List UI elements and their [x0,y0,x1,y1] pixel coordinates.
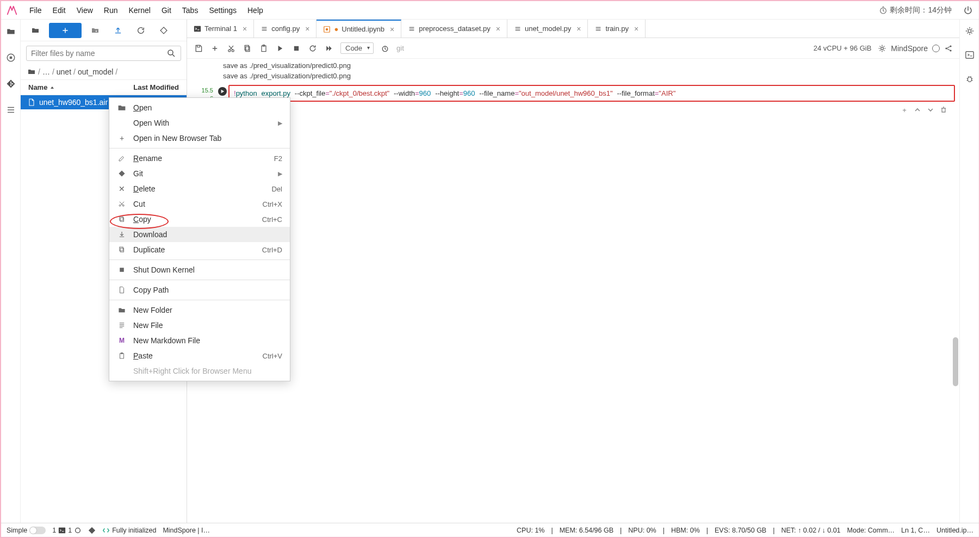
restart-button[interactable] [308,44,318,53]
new-button[interactable] [49,23,82,38]
add-below-button[interactable]: + [900,105,909,115]
terminal-icon [194,25,201,33]
svg-rect-2 [9,57,12,59]
refresh-button[interactable] [132,23,150,38]
bug-icon [965,74,975,84]
run-button[interactable] [275,44,285,53]
ctx-cut[interactable]: CutCtrl+X [109,196,290,212]
status-cpu: CPU: 1% [517,527,544,534]
ctx-open-with[interactable]: Open With▶ [109,115,290,131]
stop-button[interactable] [291,44,301,53]
scissors-icon [117,199,127,209]
close-icon[interactable]: × [634,24,638,33]
tab-untitled-active[interactable]: ●Untitled.ipynb× [317,20,401,38]
move-up-button[interactable] [913,105,922,115]
ctx-delete[interactable]: ✕DeleteDel [109,181,290,196]
timing-button[interactable] [380,44,390,53]
ctx-git[interactable]: Git▶ [109,166,290,181]
delete-cell-button[interactable] [939,105,948,115]
status-cursor[interactable]: Ln 1, C… [901,527,930,534]
status-lsp[interactable]: Fully initialized [102,527,156,534]
filter-input-wrap[interactable] [26,46,181,61]
notebook-icon [323,26,331,33]
folder-open-icon [31,26,40,35]
menu-edit[interactable]: Edit [47,4,71,17]
breadcrumb[interactable]: / … / unet / out_model / [21,65,187,79]
ctx-duplicate[interactable]: DuplicateCtrl+D [109,242,290,257]
scrollbar[interactable] [953,337,958,386]
menu-git[interactable]: Git [156,4,177,17]
left-rail-git[interactable] [4,77,17,90]
status-kernel[interactable]: MindSpore | I… [163,527,210,534]
ctx-shutdown[interactable]: Shut Down Kernel [109,262,290,277]
context-menu: OOpenpen Open With▶ +Open in New Browser… [109,97,290,381]
status-terminals[interactable]: 11 [52,527,82,534]
tab-config[interactable]: config.py× [254,20,317,38]
git-button[interactable] [154,23,173,38]
ctx-download[interactable]: Download [109,227,290,242]
menu-settings[interactable]: Settings [203,4,242,17]
tab-terminal[interactable]: Terminal 1× [187,20,254,38]
menu-run[interactable]: Run [98,4,123,17]
left-rail-toc[interactable] [4,103,17,116]
tab-train[interactable]: train.py× [588,20,646,38]
ctx-paste[interactable]: PasteCtrl+V [109,348,290,363]
copy-button[interactable] [243,44,252,53]
simple-toggle[interactable]: Simple [7,527,46,534]
left-rail-running[interactable] [4,51,17,64]
refresh-icon [137,26,145,35]
left-rail-files[interactable] [4,25,17,38]
ctx-new-file[interactable]: New File [109,318,290,333]
paste-button[interactable] [259,44,269,53]
ctx-open[interactable]: OOpenpen [109,100,290,115]
right-rail-bug[interactable] [964,73,976,85]
status-mode[interactable]: Mode: Comm… [847,527,895,534]
cell-run-button[interactable] [216,85,228,96]
status-git[interactable] [88,527,96,534]
ctx-rename[interactable]: RenameF2 [109,151,290,166]
cell-editor[interactable]: !python export.py --ckpt_file="./ckpt_0/… [228,85,955,102]
menu-kernel[interactable]: Kernel [123,4,156,17]
power-button[interactable] [962,4,975,17]
code-cell[interactable]: 15.5s !python export.py --ckpt_file="./c… [190,85,955,102]
add-cell-button[interactable] [210,44,220,53]
resource-info: 24 vCPU + 96 GiB [814,44,872,52]
new-launcher-button[interactable] [26,23,45,38]
left-rail [1,20,21,523]
close-icon[interactable]: × [576,24,581,33]
status-file[interactable]: Untitled.ip… [936,527,973,534]
ctx-copy-path[interactable]: Copy Path [109,282,290,298]
menu-file[interactable]: File [24,4,47,17]
close-icon[interactable]: × [305,24,309,33]
right-rail-debugger[interactable] [964,49,976,61]
ctx-new-folder[interactable]: New Folder [109,302,290,318]
restart-run-all-button[interactable] [324,44,334,53]
share-icon[interactable] [944,44,953,53]
ctx-new-markdown[interactable]: MNew Markdown File [109,333,290,348]
close-icon[interactable]: × [496,24,500,33]
python-file-icon [594,25,602,33]
cell-type-select[interactable]: Code [340,42,374,54]
tab-preprocess[interactable]: preprocess_dataset.py× [401,20,507,38]
tab-unet-model[interactable]: unet_model.py× [507,20,588,38]
file-icon [27,98,36,107]
menu-tabs[interactable]: Tabs [177,4,204,17]
save-button[interactable] [194,44,203,53]
time-remaining: 剩余时间：14分钟 [879,5,952,15]
right-rail-property[interactable] [964,25,976,37]
filter-input[interactable] [31,49,166,58]
menu-view[interactable]: View [71,4,98,17]
svg-point-6 [168,50,173,55]
ctx-open-new-tab[interactable]: +Open in New Browser Tab [109,131,290,146]
ctx-copy[interactable]: CopyCtrl+C [109,212,290,227]
svg-point-25 [967,77,971,82]
cut-button[interactable] [226,44,236,53]
move-down-button[interactable] [926,105,935,115]
upload-button[interactable] [109,23,127,38]
menu-help[interactable]: Help [242,4,269,17]
copy-icon [117,214,127,224]
new-folder-button[interactable] [86,23,104,38]
close-icon[interactable]: × [390,25,394,34]
kernel-name[interactable]: MindSpore [891,44,928,53]
close-icon[interactable]: × [243,24,247,33]
